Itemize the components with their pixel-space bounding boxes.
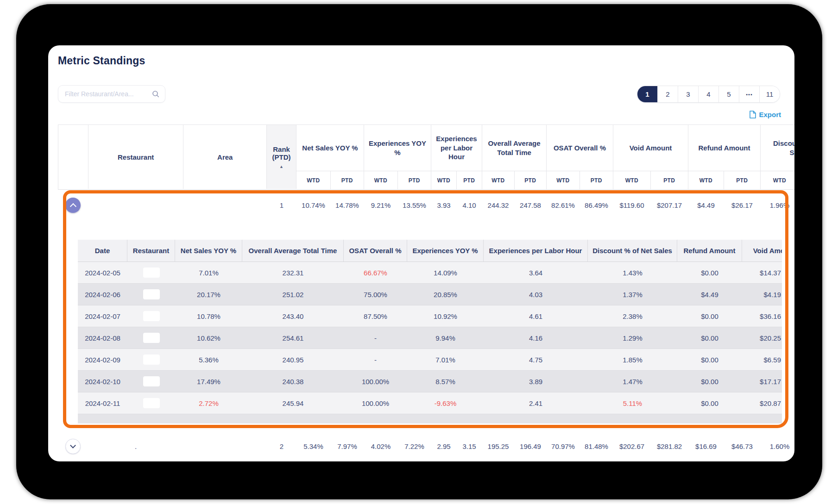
metric-column-header[interactable]: Refund Amount [688, 125, 760, 171]
page-button-3[interactable]: 3 [678, 86, 699, 102]
subcolumn-header-ptd[interactable]: PTD [514, 171, 547, 189]
page-ellipsis-button[interactable]: ••• [739, 86, 760, 102]
detail-cell-discount-pct-net-sales: 1.37% [588, 284, 677, 305]
pagination: 12345•••11 [637, 86, 780, 103]
subcolumn-header-ptd[interactable]: PTD [397, 171, 431, 189]
metric-value-cell: 247.58 [514, 201, 547, 209]
metric-column-header[interactable]: Void Amount [613, 125, 688, 171]
redacted-restaurant-name [143, 398, 160, 408]
metric-column-header[interactable]: Experiences YOY % [364, 125, 431, 171]
detail-cell-void-amount: $14.37 [742, 262, 782, 283]
detail-cell-overall-avg-total-time: 251.02 [242, 284, 344, 305]
expand-row-button[interactable] [65, 439, 81, 454]
detail-cell-experiences-per-labor-hour: 4.61 [484, 305, 588, 327]
detail-cell-date: 2024-02-08 [78, 327, 127, 348]
detail-cell-refund-amount: $0.00 [677, 349, 742, 370]
metric-column-group: Experiences per Labor HourWTDPTD [431, 125, 482, 189]
detail-cell-experiences-yoy: 8.57% [407, 371, 484, 392]
detail-table-row: 2024-02-095.36%240.95-7.01%4.751.85%$0.0… [78, 349, 782, 371]
chevron-down-icon [70, 442, 76, 448]
subcolumn-header-ptd[interactable]: PTD [330, 171, 364, 189]
detail-cell-overall-avg-total-time: 243.40 [242, 305, 344, 327]
subcolumn-header-wtd[interactable]: WTD [431, 171, 456, 189]
detail-cell-osat-overall: - [344, 327, 407, 348]
parent-row-1: 110.74%14.78%9.21%13.55%3.934.10244.3224… [58, 190, 794, 221]
detail-cell-date: 2024-02-05 [78, 262, 127, 283]
rank-column-label: Rank (PTD) [270, 145, 293, 161]
detail-cell-experiences-per-labor-hour: 3.64 [484, 262, 588, 283]
metric-value-cell: $4.49 [688, 201, 724, 209]
page-button-4[interactable]: 4 [699, 86, 719, 102]
detail-cell-experiences-yoy: 14.09% [407, 262, 484, 283]
detail-table-body: 2024-02-057.01%232.3166.67%14.09%3.641.4… [78, 262, 782, 414]
metric-value-cell: 4.10 [456, 201, 482, 209]
detail-cell-discount-pct-net-sales: 1.47% [588, 371, 677, 392]
collapse-row-button[interactable] [65, 198, 81, 213]
search-input[interactable] [64, 90, 152, 98]
metric-column-header[interactable]: Overall Average Total Time [482, 125, 546, 171]
rank-column-header[interactable]: Rank (PTD) ▲ [267, 125, 296, 189]
subcolumn-header-wtd[interactable]: WTD [761, 171, 794, 189]
detail-table: DateRestaurantNet Sales YOY %Overall Ave… [78, 240, 782, 423]
subcolumn-header-ptd[interactable]: PTD [724, 171, 760, 189]
detail-cell-restaurant [127, 284, 175, 305]
metric-value-cell: 3.93 [431, 201, 456, 209]
detail-column-header: Void Amount [742, 240, 782, 261]
main-table: Restaurant Area Rank (PTD) ▲ Net Sales Y… [58, 124, 794, 461]
subcolumn-header-wtd[interactable]: WTD [296, 171, 330, 189]
subcolumn-header-ptd[interactable]: PTD [580, 171, 613, 189]
detail-column-header: Refund Amount [677, 240, 742, 261]
page-button-5[interactable]: 5 [719, 86, 739, 102]
metric-value-cell: 5.34% [296, 442, 330, 450]
metric-column-header[interactable]: Discount % Net Sales [761, 125, 794, 171]
detail-cell-net-sales-yoy: 2.72% [175, 392, 242, 414]
detail-table-row: 2024-02-112.72%245.94100.00%-9.63%2.415.… [78, 392, 782, 414]
detail-cell-osat-overall: 100.00% [344, 392, 407, 414]
detail-column-header: Date [78, 240, 127, 261]
metric-value-cell: 196.49 [514, 442, 547, 450]
detail-cell-date: 2024-02-10 [78, 371, 127, 392]
detail-cell-experiences-yoy: 7.01% [407, 349, 484, 370]
detail-cell-date: 2024-02-09 [78, 349, 127, 370]
page-button-1[interactable]: 1 [637, 86, 658, 102]
detail-cell-overall-avg-total-time: 240.95 [242, 349, 344, 370]
metric-column-header[interactable]: OSAT Overall % [547, 125, 613, 171]
chevron-up-icon [69, 203, 76, 209]
metric-value-cell: 81.48% [580, 442, 613, 450]
redacted-restaurant-name [143, 289, 160, 299]
subcolumn-header-wtd[interactable]: WTD [613, 171, 650, 189]
metric-header-groups: Net Sales YOY %WTDPTDExperiences YOY %WT… [296, 125, 794, 189]
detail-cell-refund-amount: $4.49 [677, 284, 742, 305]
restaurant-column-header[interactable]: Restaurant [88, 125, 184, 189]
export-button[interactable]: Export [750, 111, 781, 118]
subcolumn-header-wtd[interactable]: WTD [482, 171, 514, 189]
redacted-restaurant-name [143, 376, 160, 386]
metric-column-group: Net Sales YOY %WTDPTD [296, 125, 364, 189]
wtd-ptd-subheader: WTDPTD [482, 171, 546, 189]
detail-cell-experiences-per-labor-hour: 4.75 [484, 349, 588, 370]
wtd-ptd-subheader: WTDPTD [431, 171, 482, 189]
page-button-2[interactable]: 2 [658, 86, 678, 102]
metric-value-cell: 13.55% [397, 201, 431, 209]
area-column-header[interactable]: Area [183, 125, 267, 189]
rank-cell: 2 [267, 442, 296, 450]
detail-cell-restaurant [127, 349, 175, 370]
subcolumn-header-wtd[interactable]: WTD [547, 171, 580, 189]
subcolumn-header-wtd[interactable]: WTD [688, 171, 724, 189]
subcolumn-header-ptd[interactable]: PTD [650, 171, 688, 189]
metric-column-group: Discount % Net SalesWTDPTD [761, 125, 794, 189]
metric-column-header[interactable]: Net Sales YOY % [296, 125, 364, 171]
detail-cell-void-amount: $17.17 [742, 371, 782, 392]
detail-column-header: Discount % of Net Sales [588, 240, 677, 261]
metric-value-cell: 9.21% [364, 201, 397, 209]
subcolumn-header-wtd[interactable]: WTD [364, 171, 397, 189]
expanded-detail-panel: DateRestaurantNet Sales YOY %Overall Ave… [58, 221, 794, 429]
restaurant-cell: . [88, 442, 183, 450]
metric-column-header[interactable]: Experiences per Labor Hour [431, 125, 482, 171]
detail-cell-experiences-yoy: 20.85% [407, 284, 484, 305]
main-table-header: Restaurant Area Rank (PTD) ▲ Net Sales Y… [58, 124, 794, 190]
page-button-11[interactable]: 11 [760, 86, 780, 102]
subcolumn-header-ptd[interactable]: PTD [456, 171, 482, 189]
detail-table-row: 2024-02-0810.62%254.61-9.94%4.161.29%$0.… [78, 327, 782, 349]
search-icon [152, 90, 159, 98]
